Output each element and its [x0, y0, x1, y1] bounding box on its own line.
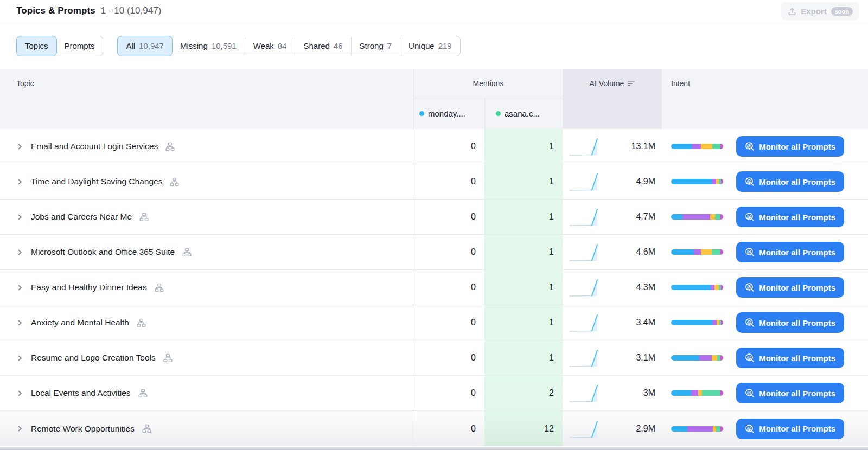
monitor-all-prompts-button[interactable]: @ Monitor all Prompts — [736, 419, 844, 439]
filter-tab-prompts[interactable]: Prompts — [56, 36, 103, 56]
monitor-search-icon: @ — [745, 353, 755, 363]
mentions-monday-cell: 0 — [413, 200, 484, 234]
intent-bar — [671, 355, 723, 361]
mentions-asana-cell: 1 — [484, 305, 563, 340]
monitor-button-label: Monitor all Prompts — [759, 283, 835, 292]
topic-cell[interactable]: Time and Daylight Saving Changes — [0, 164, 413, 199]
topic-cell[interactable]: Anxiety and Mental Health — [0, 305, 413, 340]
topic-cell[interactable]: Microsoft Outlook and Office 365 Suite — [0, 235, 413, 269]
filter-tab-label: Prompts — [65, 41, 95, 50]
ai-volume-value: 4.3M — [636, 282, 655, 292]
trend-sparkline — [568, 382, 602, 404]
monitor-all-prompts-button[interactable]: @ Monitor all Prompts — [736, 171, 844, 192]
filter-tab-missing[interactable]: Missing10,591 — [172, 36, 245, 56]
title-bar: Topics & Prompts 1 - 10 (10,947) Export … — [0, 0, 868, 22]
intent-segment — [720, 249, 723, 255]
ai-volume-cell: 13.1M — [563, 129, 662, 164]
expand-chevron-icon[interactable] — [16, 355, 23, 362]
filter-tab-strong[interactable]: Strong7 — [351, 36, 400, 56]
topic-name[interactable]: Microsoft Outlook and Office 365 Suite — [31, 247, 175, 257]
expand-chevron-icon[interactable] — [16, 319, 23, 326]
competitor-header-asana[interactable]: asana.c... — [484, 98, 563, 129]
monitor-all-prompts-button[interactable]: @ Monitor all Prompts — [736, 383, 844, 403]
table-row: Microsoft Outlook and Office 365 Suite 0… — [0, 235, 868, 270]
svg-text:@: @ — [747, 143, 752, 149]
topic-name[interactable]: Remote Work Opportunities — [31, 424, 135, 434]
intent-bar — [671, 144, 723, 149]
table-row: Local Events and Activities 0 2 3M — [0, 376, 868, 411]
topic-cell[interactable]: Resume and Logo Creation Tools — [0, 340, 413, 375]
monitor-all-prompts-button[interactable]: @ Monitor all Prompts — [736, 136, 844, 157]
export-button[interactable]: Export soon — [781, 2, 859, 20]
intent-segment — [699, 355, 712, 361]
ai-volume-value: 4.7M — [636, 212, 655, 222]
intent-segment — [714, 285, 719, 290]
monitor-all-prompts-button[interactable]: @ Monitor all Prompts — [736, 207, 844, 227]
expand-chevron-icon[interactable] — [16, 178, 23, 185]
mentions-asana-cell: 1 — [484, 164, 563, 199]
filter-tab-label: All — [126, 41, 135, 50]
monitor-all-prompts-button[interactable]: @ Monitor all Prompts — [736, 312, 844, 333]
expand-chevron-icon[interactable] — [16, 214, 23, 221]
mentions-asana-cell: 1 — [484, 340, 563, 375]
topic-name[interactable]: Anxiety and Mental Health — [31, 318, 129, 327]
trend-sparkline — [568, 311, 602, 334]
ai-volume-cell: 4.3M — [563, 270, 662, 305]
ai-volume-value: 13.1M — [631, 142, 655, 151]
topic-name[interactable]: Resume and Logo Creation Tools — [31, 353, 156, 363]
monitor-search-icon: @ — [745, 282, 755, 292]
expand-chevron-icon[interactable] — [16, 249, 23, 256]
competitor-dot — [496, 111, 501, 116]
topic-name[interactable]: Time and Daylight Saving Changes — [31, 177, 162, 187]
table-row: Email and Account Login Services 0 1 — [0, 129, 868, 164]
ai-volume-value: 3.1M — [636, 353, 655, 363]
filter-tab-count: 84 — [278, 41, 287, 50]
topic-name[interactable]: Easy and Healthy Dinner Ideas — [31, 282, 147, 292]
competitor-header-monday[interactable]: monday.... — [413, 98, 484, 129]
ai-volume-cell: 3.4M — [563, 305, 662, 340]
ai-volume-cell: 4.7M — [563, 200, 662, 234]
filter-tab-weak[interactable]: Weak84 — [245, 36, 295, 56]
column-header-intent[interactable]: Intent — [662, 69, 868, 98]
expand-chevron-icon[interactable] — [16, 284, 23, 291]
ai-volume-cell: 4.6M — [563, 235, 662, 269]
filter-tab-count: 46 — [334, 41, 343, 50]
monitor-all-prompts-button[interactable]: @ Monitor all Prompts — [736, 242, 844, 262]
filter-tab-shared[interactable]: Shared46 — [295, 36, 350, 56]
intent-cell: @ Monitor all Prompts — [662, 305, 868, 340]
topic-cell[interactable]: Remote Work Opportunities — [0, 411, 413, 446]
results-range: 1 - 10 (10,947) — [101, 5, 162, 16]
filter-tab-topics[interactable]: Topics — [16, 36, 57, 56]
sitemap-icon — [142, 424, 151, 433]
expand-chevron-icon[interactable] — [16, 425, 23, 432]
trend-sparkline — [568, 205, 602, 228]
topic-cell[interactable]: Jobs and Careers Near Me — [0, 200, 413, 234]
expand-chevron-icon[interactable] — [16, 390, 23, 397]
intent-segment — [691, 390, 698, 396]
mentions-monday-cell: 0 — [413, 235, 484, 269]
ai-volume-cell: 2.9M — [563, 411, 662, 446]
svg-text:@: @ — [747, 426, 752, 431]
column-header-mentions[interactable]: Mentions — [413, 69, 563, 98]
monitor-all-prompts-button[interactable]: @ Monitor all Prompts — [736, 277, 844, 298]
topic-name[interactable]: Email and Account Login Services — [31, 142, 158, 151]
column-header-ai-volume[interactable]: AI Volume — [563, 69, 662, 98]
intent-segment — [721, 179, 723, 184]
monitor-all-prompts-button[interactable]: @ Monitor all Prompts — [736, 348, 844, 368]
filter-tab-unique[interactable]: Unique219 — [400, 36, 460, 56]
topic-cell[interactable]: Easy and Healthy Dinner Ideas — [0, 270, 413, 305]
topic-name[interactable]: Local Events and Activities — [31, 388, 131, 398]
filter-tab-count: 219 — [438, 41, 452, 50]
topic-name[interactable]: Jobs and Careers Near Me — [31, 212, 132, 222]
intent-segment — [698, 390, 702, 396]
column-header-topic[interactable]: Topic — [0, 69, 413, 98]
competitor-label: monday.... — [428, 109, 465, 118]
filter-tab-all[interactable]: All10,947 — [117, 36, 173, 56]
intent-bar — [671, 214, 723, 220]
topic-cell[interactable]: Email and Account Login Services — [0, 129, 413, 164]
intent-cell: @ Monitor all Prompts — [662, 235, 868, 269]
mentions-asana-cell: 1 — [484, 129, 563, 164]
mentions-monday-cell: 0 — [413, 164, 484, 199]
expand-chevron-icon[interactable] — [16, 143, 23, 150]
topic-cell[interactable]: Local Events and Activities — [0, 376, 413, 410]
